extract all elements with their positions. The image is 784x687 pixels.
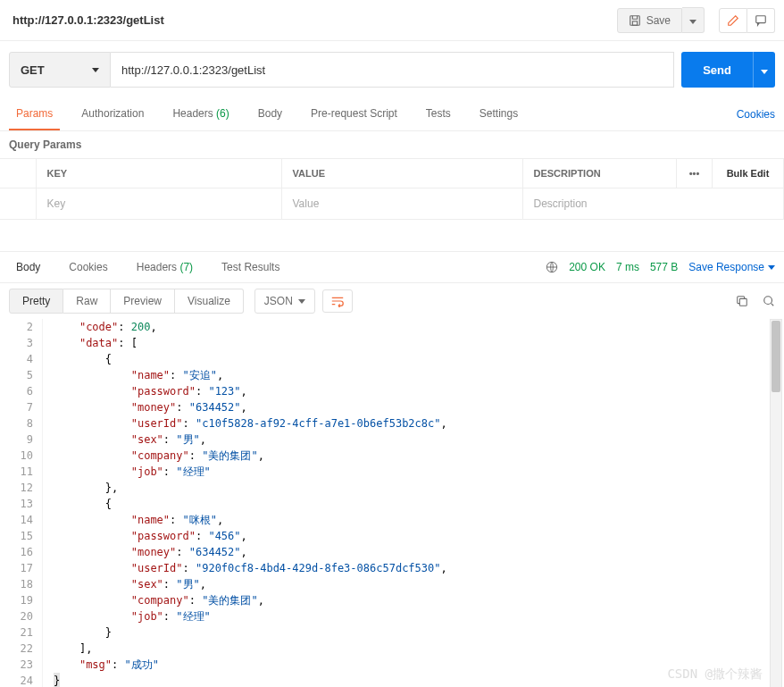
save-dropdown[interactable] bbox=[682, 7, 705, 33]
response-status: 200 OK 7 ms 577 B Save Response bbox=[546, 252, 775, 282]
code-line: } bbox=[54, 624, 784, 641]
request-tab-pre-request-script[interactable]: Pre-request Script bbox=[304, 98, 405, 130]
status-time: 7 ms bbox=[616, 261, 639, 273]
code-line: "password": "123", bbox=[54, 383, 784, 399]
code-line: "code": 200, bbox=[54, 319, 784, 335]
chevron-down-icon bbox=[768, 265, 775, 270]
code-line: }, bbox=[54, 480, 784, 496]
request-tab-authorization[interactable]: Authorization bbox=[74, 98, 151, 130]
code-line: ], bbox=[54, 641, 784, 657]
view-tab-preview[interactable]: Preview bbox=[111, 289, 175, 314]
code-line: "msg": "成功" bbox=[54, 657, 784, 673]
save-response-button[interactable]: Save Response bbox=[688, 261, 775, 273]
key-cell[interactable]: Key bbox=[36, 189, 281, 220]
search-button[interactable] bbox=[763, 295, 775, 307]
more-options-button[interactable]: ••• bbox=[677, 159, 713, 189]
response-tabs: BodyCookiesHeaders (7)Test Results 200 O… bbox=[0, 252, 784, 283]
row-checkbox[interactable] bbox=[0, 189, 36, 220]
request-row: GET Send bbox=[0, 41, 784, 98]
code-line: "name": "咪根", bbox=[54, 512, 784, 528]
value-column-header: VALUE bbox=[281, 159, 522, 189]
save-icon bbox=[629, 14, 641, 27]
svg-point-5 bbox=[764, 297, 772, 305]
search-icon bbox=[763, 295, 775, 307]
code-line: "password": "456", bbox=[54, 528, 784, 544]
status-code: 200 OK bbox=[569, 261, 605, 273]
code-line: "userId": "920f0cf8-4bd4-429d-8fe3-086c5… bbox=[54, 560, 784, 576]
response-toolbar: PrettyRawPreviewVisualize JSON bbox=[0, 283, 784, 319]
code-line: "data": [ bbox=[54, 335, 784, 351]
pencil-icon bbox=[727, 14, 739, 27]
response-tab-headers[interactable]: Headers (7) bbox=[129, 252, 200, 282]
request-title: http://127.0.0.1:2323/getList bbox=[9, 13, 617, 27]
code-line: "company": "美的集团", bbox=[54, 448, 784, 464]
view-tab-pretty[interactable]: Pretty bbox=[9, 289, 63, 314]
code-line: "userId": "c10f5828-af92-4cff-a7e1-0b6ef… bbox=[54, 415, 784, 431]
chevron-down-icon bbox=[689, 20, 696, 24]
value-cell[interactable]: Value bbox=[281, 189, 522, 220]
request-tab-params[interactable]: Params bbox=[9, 98, 60, 130]
svg-rect-1 bbox=[632, 21, 637, 24]
svg-rect-0 bbox=[630, 15, 639, 25]
copy-icon bbox=[736, 295, 748, 307]
method-value: GET bbox=[21, 63, 45, 77]
response-body[interactable]: 23456789101112131415161718192021222324 "… bbox=[0, 319, 784, 687]
code-line: { bbox=[54, 496, 784, 512]
save-button[interactable]: Save bbox=[617, 8, 682, 33]
code-line: "job": "经理" bbox=[54, 464, 784, 480]
table-row[interactable]: Key Value Description bbox=[0, 189, 784, 220]
description-cell[interactable]: Description bbox=[522, 189, 784, 220]
url-input[interactable] bbox=[111, 52, 674, 88]
tab-count: (7) bbox=[177, 261, 193, 273]
code-content[interactable]: "code": 200, "data": [ { "name": "安追", "… bbox=[43, 319, 784, 687]
code-line: "money": "634452", bbox=[54, 544, 784, 560]
comment-icon bbox=[755, 14, 767, 27]
query-params-heading: Query Params bbox=[0, 131, 784, 158]
code-line: "sex": "男", bbox=[54, 431, 784, 448]
checkbox-column-header bbox=[0, 159, 36, 189]
request-response-divider bbox=[0, 220, 784, 252]
params-table: KEY VALUE DESCRIPTION ••• Bulk Edit Key … bbox=[0, 158, 784, 220]
edit-button[interactable] bbox=[719, 8, 747, 33]
method-select[interactable]: GET bbox=[9, 52, 111, 88]
request-tab-settings[interactable]: Settings bbox=[472, 98, 525, 130]
code-line: "money": "634452", bbox=[54, 399, 784, 415]
code-line: "job": "经理" bbox=[54, 608, 784, 624]
cookies-link[interactable]: Cookies bbox=[737, 99, 775, 130]
bulk-edit-button[interactable]: Bulk Edit bbox=[713, 159, 784, 189]
key-column-header: KEY bbox=[36, 159, 281, 189]
response-tab-body[interactable]: Body bbox=[9, 252, 47, 282]
globe-icon[interactable] bbox=[546, 261, 558, 273]
view-tab-raw[interactable]: Raw bbox=[63, 289, 111, 314]
copy-button[interactable] bbox=[736, 295, 748, 307]
scrollbar-thumb[interactable] bbox=[771, 321, 780, 392]
description-column-header: DESCRIPTION bbox=[522, 159, 677, 189]
status-size: 577 B bbox=[650, 261, 678, 273]
tab-count: (6) bbox=[213, 107, 229, 120]
scrollbar[interactable] bbox=[770, 319, 782, 687]
svg-rect-4 bbox=[739, 298, 746, 306]
request-tab-tests[interactable]: Tests bbox=[419, 98, 458, 130]
save-label: Save bbox=[646, 14, 671, 27]
request-tab-headers[interactable]: Headers (6) bbox=[165, 98, 236, 130]
code-line: "sex": "男", bbox=[54, 576, 784, 592]
format-select[interactable]: JSON bbox=[254, 289, 315, 314]
chevron-down-icon bbox=[92, 68, 99, 72]
response-tab-cookies[interactable]: Cookies bbox=[62, 252, 114, 282]
format-value: JSON bbox=[264, 295, 293, 307]
response-tab-test-results[interactable]: Test Results bbox=[214, 252, 287, 282]
view-tab-visualize[interactable]: Visualize bbox=[175, 289, 244, 314]
send-dropdown[interactable] bbox=[753, 52, 775, 88]
send-button[interactable]: Send bbox=[681, 52, 753, 88]
line-gutter: 23456789101112131415161718192021222324 bbox=[0, 319, 43, 687]
chevron-down-icon bbox=[298, 299, 305, 304]
toolbar-right bbox=[736, 295, 775, 307]
wrap-icon bbox=[330, 295, 345, 307]
comment-button[interactable] bbox=[747, 8, 775, 33]
wrap-toggle-button[interactable] bbox=[322, 289, 353, 313]
code-line: } bbox=[54, 673, 784, 687]
svg-rect-2 bbox=[756, 15, 766, 22]
code-line: "company": "美的集团", bbox=[54, 592, 784, 608]
table-header-row: KEY VALUE DESCRIPTION ••• Bulk Edit bbox=[0, 159, 784, 189]
request-tab-body[interactable]: Body bbox=[251, 98, 289, 130]
